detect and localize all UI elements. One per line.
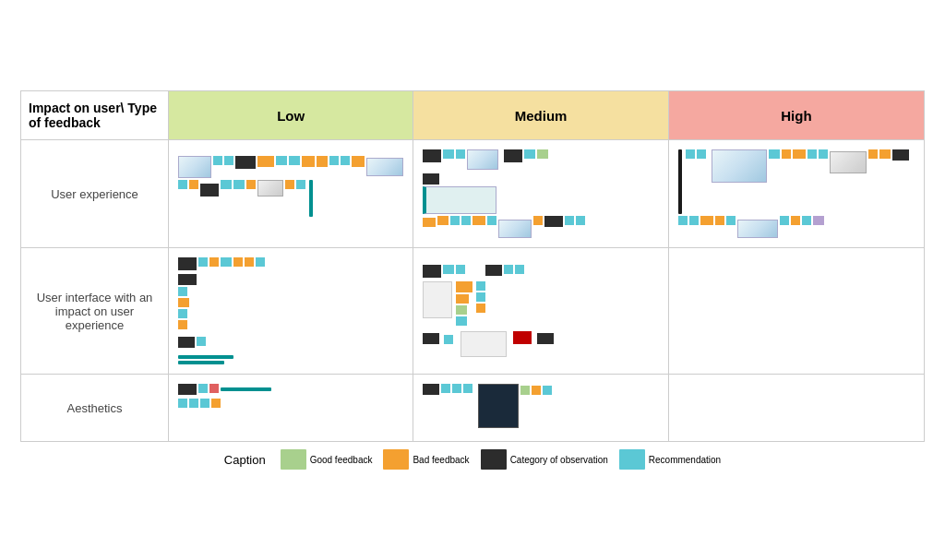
cell-ui-ux-high xyxy=(668,248,924,375)
col-header-low: Low xyxy=(169,91,413,140)
row-label-ux: User experience xyxy=(21,140,169,248)
cell-ux-medium xyxy=(413,140,668,248)
cell-aesthetics-low xyxy=(169,375,413,442)
caption-box-bad xyxy=(383,449,409,470)
caption-item-recommendation: Recommendation xyxy=(619,449,721,470)
cell-ui-ux-medium xyxy=(413,248,668,375)
main-wrapper: Impact on user\ Type of feedback Low Med… xyxy=(20,90,925,470)
cell-ui-ux-low xyxy=(169,248,413,375)
caption-text-bad: Bad feedback xyxy=(413,455,469,465)
cell-aesthetics-medium xyxy=(413,375,668,442)
caption-item-bad: Bad feedback xyxy=(383,449,469,470)
feedback-matrix-table: Impact on user\ Type of feedback Low Med… xyxy=(20,90,925,442)
header-label: Impact on user\ Type of feedback xyxy=(21,91,169,140)
row-label-aesthetics: Aesthetics xyxy=(21,375,169,442)
cell-ux-high xyxy=(668,140,924,248)
caption-box-recommendation xyxy=(619,449,645,470)
caption-text-recommendation: Recommendation xyxy=(649,455,721,465)
col-header-high: High xyxy=(668,91,924,140)
caption-box-good xyxy=(281,449,306,470)
caption-item-good: Good feedback xyxy=(281,449,373,470)
col-header-medium: Medium xyxy=(413,91,668,140)
caption-label: Caption xyxy=(224,453,266,467)
caption-item-category: Category of observation xyxy=(481,449,608,470)
caption-box-category xyxy=(481,449,507,470)
cell-ux-low xyxy=(169,140,413,248)
caption-text-category: Category of observation xyxy=(510,455,608,465)
caption-area: Caption Good feedback Bad feedback Categ… xyxy=(20,449,925,470)
caption-text-good: Good feedback xyxy=(310,455,373,465)
cell-aesthetics-high xyxy=(668,375,924,442)
row-label-ui-ux: User interface with an impact on user ex… xyxy=(21,248,169,375)
row-ui-ux: User interface with an impact on user ex… xyxy=(21,248,925,375)
row-aesthetics: Aesthetics xyxy=(21,375,925,442)
row-user-experience: User experience xyxy=(21,140,925,248)
